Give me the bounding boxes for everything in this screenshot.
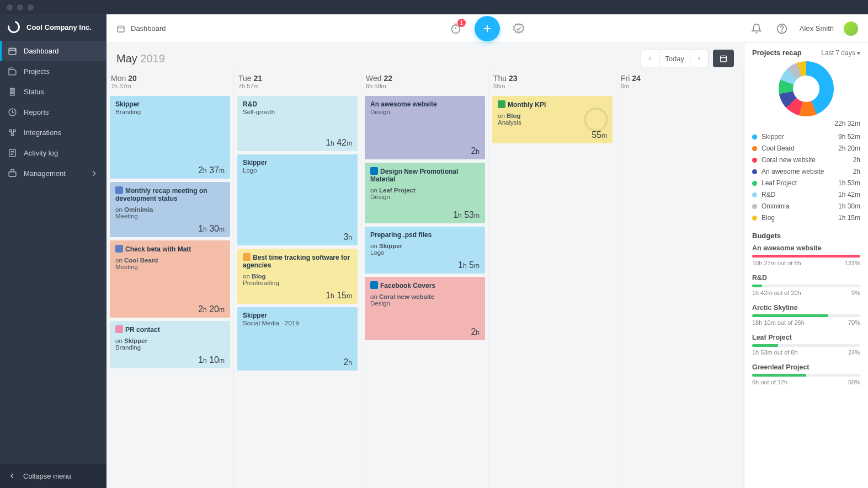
day-name: Wed 22 xyxy=(366,74,484,83)
nav-label: Activity log xyxy=(24,149,58,157)
add-button[interactable]: + xyxy=(475,16,500,41)
collapse-menu-button[interactable]: Collapse menu xyxy=(0,464,106,488)
card-tag: Meeting xyxy=(115,213,225,219)
cal-prev-button[interactable] xyxy=(641,50,659,67)
card-duration: 2h xyxy=(471,142,480,156)
card-duration: 1h 10m xyxy=(198,351,225,365)
sidebar: Cool Company Inc. DashboardProjectsStatu… xyxy=(0,14,106,488)
card-subtitle: Branding xyxy=(115,109,225,115)
time-entry-card[interactable]: Monthly recap meeting on development sta… xyxy=(110,182,230,237)
time-entry-card[interactable]: PR contacton SkipperBranding1h 10m xyxy=(110,321,230,368)
nav-icon xyxy=(8,108,17,117)
legend-item[interactable]: R&D1h 42m xyxy=(752,191,860,199)
sidebar-item-management[interactable]: Management xyxy=(0,163,106,184)
card-duration: 2h xyxy=(343,353,352,367)
sidebar-item-dashboard[interactable]: Dashboard xyxy=(0,41,106,61)
traffic-dot[interactable] xyxy=(7,4,13,10)
company-name: Cool Company Inc. xyxy=(26,23,92,31)
nav-icon xyxy=(8,46,17,56)
budget-item[interactable]: R&D1h 42m out of 20h9% xyxy=(752,274,860,296)
card-project: on Skipper xyxy=(115,337,225,344)
legend-item[interactable]: Leaf Project1h 53m xyxy=(752,179,860,187)
cal-today-button[interactable]: Today xyxy=(659,50,690,67)
time-entry-card[interactable]: An awesome websiteDesign2h xyxy=(365,96,485,159)
approve-icon-button[interactable] xyxy=(511,21,526,36)
legend-dot-icon xyxy=(752,146,757,151)
sidebar-item-integrations[interactable]: Integrations xyxy=(0,122,106,143)
bell-icon-button[interactable] xyxy=(749,21,764,36)
time-entry-card[interactable]: Design New Promotional Materialon Leaf P… xyxy=(365,163,485,223)
chevron-right-icon xyxy=(89,169,99,178)
card-title: Skipper xyxy=(115,100,225,108)
svg-rect-16 xyxy=(118,26,124,32)
card-title: Monthly KPI xyxy=(498,100,607,109)
window-titlebar xyxy=(0,0,868,14)
budget-item[interactable]: Greenleaf Project6h out of 12h50% xyxy=(752,363,860,385)
card-title: Facebook Covers xyxy=(370,281,480,289)
sidebar-item-activity-log[interactable]: Activity log xyxy=(0,143,106,163)
sidebar-item-reports[interactable]: Reports xyxy=(0,102,106,122)
budget-item[interactable]: Leaf Project1h 53m out of 8h24% xyxy=(752,334,860,356)
cal-next-button[interactable] xyxy=(690,50,709,67)
legend-item[interactable]: Ominimia1h 30m xyxy=(752,202,860,210)
company-header[interactable]: Cool Company Inc. xyxy=(0,14,106,41)
time-entry-card[interactable]: R&DSelf-growth1h 42m xyxy=(237,96,358,151)
svg-rect-4 xyxy=(10,94,14,95)
help-icon-button[interactable] xyxy=(774,21,790,36)
day-name: Tue 21 xyxy=(238,74,356,83)
time-entry-card[interactable]: Facebook Coverson Coral new websiteDesig… xyxy=(365,277,485,340)
nav-icon xyxy=(8,128,17,137)
logo-icon xyxy=(6,19,22,35)
budget-pct: 9% xyxy=(851,289,860,296)
time-entry-card[interactable]: Preparing .psd fileson SkipperLogo1h 5m xyxy=(365,227,485,274)
sidebar-item-status[interactable]: Status xyxy=(0,82,106,102)
time-entry-card[interactable]: SkipperLogo3h xyxy=(237,154,358,245)
time-entry-card[interactable]: SkipperSocial Media - 20192h xyxy=(237,307,358,371)
legend-item[interactable]: Cool Beard2h 20m xyxy=(752,144,860,152)
time-entry-card[interactable]: Monthly KPIon BlogAnalysis55m xyxy=(492,96,613,143)
day-total: 0m xyxy=(621,83,739,89)
card-project: on Leaf Project xyxy=(370,187,480,194)
cal-view-button[interactable] xyxy=(713,50,734,67)
timer-icon-button[interactable]: 1 xyxy=(448,21,464,36)
budget-bar xyxy=(752,374,860,377)
budget-item[interactable]: An awesome website10h 27m out of 8h131% xyxy=(752,244,860,266)
recap-title: Projects recap xyxy=(752,49,802,57)
card-title: Preparing .psd files xyxy=(370,231,480,239)
time-entry-card[interactable]: SkipperBranding2h 37m xyxy=(110,96,230,179)
recap-range-dropdown[interactable]: Last 7 days ▾ xyxy=(821,49,860,57)
avatar[interactable] xyxy=(844,22,858,36)
legend-value: 1h 42m xyxy=(838,191,860,199)
budgets-title: Budgets xyxy=(752,232,860,240)
card-title: Skipper xyxy=(243,312,352,319)
sidebar-item-projects[interactable]: Projects xyxy=(0,61,106,82)
day-header: Wed 226h 58m xyxy=(361,72,489,93)
legend-item[interactable]: An awesome website2h xyxy=(752,168,860,175)
legend-dot-icon xyxy=(752,158,757,163)
legend-name: Cool Beard xyxy=(762,144,795,152)
nav-icon xyxy=(8,67,17,76)
time-entry-card[interactable]: Check beta with Matton Cool BeardMeeting… xyxy=(110,240,230,318)
budget-bar xyxy=(752,314,860,317)
nav-label: Integrations xyxy=(24,128,61,137)
day-header: Fri 240m xyxy=(616,72,744,93)
traffic-dot[interactable] xyxy=(17,4,23,10)
card-duration: 2h 37m xyxy=(198,161,225,175)
summary-panel: Projects recap Last 7 days ▾ 22h 32m Ski… xyxy=(744,43,868,488)
time-entry-card[interactable]: Best time tracking software for agencies… xyxy=(237,249,358,304)
recap-total: 22h 32m xyxy=(834,120,860,127)
budget-item[interactable]: Arctic Skyline18h 10m out of 26h70% xyxy=(752,304,860,326)
legend-item[interactable]: Blog1h 15m xyxy=(752,214,860,222)
legend-item[interactable]: Coral new website2h xyxy=(752,156,860,164)
legend-item[interactable]: Skipper9h 52m xyxy=(752,133,860,141)
breadcrumb[interactable]: Dashboard xyxy=(116,24,166,33)
user-name[interactable]: Alex Smith xyxy=(800,24,834,33)
traffic-dot[interactable] xyxy=(28,4,34,10)
legend-dot-icon xyxy=(752,169,757,174)
card-duration: 2h xyxy=(471,323,480,337)
budget-pct: 131% xyxy=(845,260,860,266)
budget-text: 10h 27m out of 8h xyxy=(752,260,801,266)
calendar-month-title: May 2019 xyxy=(116,52,165,65)
legend-name: Blog xyxy=(762,214,775,222)
card-title: R&D xyxy=(243,100,352,108)
